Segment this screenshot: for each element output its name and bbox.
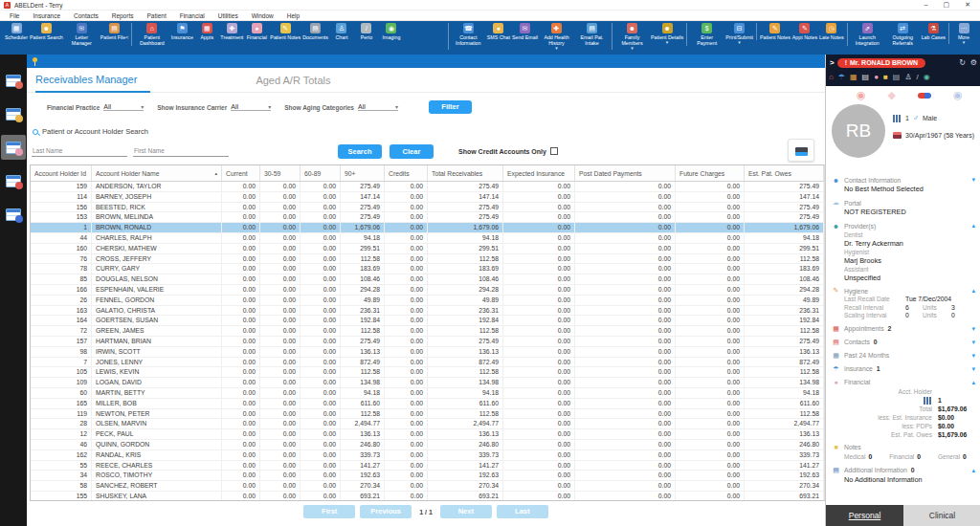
toolbar-imaging[interactable]: ◉Imaging: [379, 23, 404, 40]
table-row[interactable]: 44CHARLES, RALPH0.000.000.0094.180.0094.…: [31, 233, 824, 244]
toolbar-perio[interactable]: /Perio: [354, 23, 379, 40]
patient-name-pill[interactable]: !Mr. RONALD BROWN: [837, 58, 926, 68]
section-past-24-months[interactable]: ▦Past 24 Months▾: [832, 351, 975, 361]
chevron-up-icon[interactable]: ▴: [971, 222, 975, 230]
print-button[interactable]: [788, 139, 814, 162]
column-header-credits[interactable]: Credits: [385, 165, 428, 181]
table-row[interactable]: 72GREEN, JAMES0.000.000.00112.580.00112.…: [31, 326, 824, 337]
refresh-icon[interactable]: ↻: [959, 58, 966, 67]
table-row[interactable]: 119NEWTON, PETER0.000.000.00112.580.0011…: [31, 409, 824, 420]
section-contacts[interactable]: ▤Contacts0▾: [832, 338, 975, 347]
toolbar-email-pat-intake[interactable]: ▤Email Pat. Intake: [574, 23, 610, 46]
toolbar-add-health-history[interactable]: ✚Add Health History▾: [539, 23, 574, 50]
table-row[interactable]: 156BEESTED, RICK0.000.000.00275.490.0027…: [31, 203, 824, 213]
toolbar-financial[interactable]: ●Financial: [244, 23, 269, 40]
table-row[interactable]: 78CURRY, GARY0.000.000.00183.690.00183.6…: [31, 264, 824, 274]
chevron-down-icon[interactable]: ▾: [971, 176, 975, 184]
menu-window[interactable]: Window: [246, 12, 279, 19]
menu-help[interactable]: Help: [281, 12, 305, 19]
previous-page-button[interactable]: Previous: [360, 505, 412, 518]
menu-file[interactable]: File: [4, 12, 25, 19]
pin-icon[interactable]: [33, 57, 37, 62]
toolbar-enter-payment[interactable]: $Enter Payment: [689, 23, 724, 46]
table-row[interactable]: 58SANCHEZ, ROBERT0.000.000.00270.340.002…: [31, 481, 824, 492]
filter-button[interactable]: Filter: [429, 100, 472, 114]
menu-financial[interactable]: Financial: [174, 12, 211, 19]
credit-accounts-checkbox[interactable]: [550, 147, 558, 155]
toolbar-treatment[interactable]: ✚Treatment: [219, 23, 244, 40]
section-hygiene[interactable]: ✎Hygiene▴: [832, 286, 975, 296]
table-row[interactable]: 26FENNEL, GORDON0.000.000.0049.890.0049.…: [31, 296, 824, 306]
aging-categories-select[interactable]: All▾: [358, 103, 398, 111]
toolbar-documents[interactable]: ▤Documents: [301, 23, 329, 40]
first-name-input[interactable]: [133, 145, 229, 157]
toolbar-more[interactable]: ⋯More▾: [951, 23, 976, 44]
section-appointments[interactable]: ▦Appointments2▾: [832, 324, 975, 334]
last-name-input[interactable]: [32, 145, 127, 157]
table-row[interactable]: 85DOUGLAS, NELSON0.000.000.00108.460.001…: [31, 274, 824, 285]
toolbar-letter-manager[interactable]: ✉Letter Manager: [64, 23, 100, 46]
documents-icon[interactable]: ▤: [893, 73, 901, 82]
column-header-90[interactable]: 90+: [341, 165, 385, 181]
column-header-30-59[interactable]: 30-59: [260, 165, 301, 181]
table-row[interactable]: 1BROWN, RONALD0.000.000.001,679.060.001,…: [31, 223, 824, 233]
sidebar-item-documents-table[interactable]: [1, 68, 26, 93]
column-header-account-holder-name[interactable]: Account Holder Name▴: [92, 165, 222, 181]
last-page-button[interactable]: Last: [497, 505, 548, 518]
sidebar-item-treatment-table[interactable]: [1, 168, 26, 193]
menu-insurance[interactable]: Insurance: [27, 12, 66, 19]
column-header-current[interactable]: Current: [222, 165, 260, 181]
toolbar-outgoing-referrals[interactable]: ⇄Outgoing Referrals: [885, 23, 921, 46]
column-header-account-holder-id[interactable]: Account Holder Id: [31, 165, 92, 181]
home-icon[interactable]: ⌂: [829, 73, 834, 82]
table-row[interactable]: 7JONES, LENNY0.000.000.00872.490.00872.4…: [31, 358, 824, 368]
toolbar-late-notes[interactable]: ◷Late Notes: [818, 23, 845, 40]
clear-button[interactable]: Clear: [390, 144, 434, 159]
table-row[interactable]: 98IRWIN, SCOTT0.000.000.00136.130.00136.…: [31, 347, 824, 358]
section-additional-information[interactable]: ▤Additional Information0▴: [832, 466, 975, 475]
column-header-future-charges[interactable]: Future Charges: [676, 165, 745, 181]
table-row[interactable]: 105LEWIS, KEVIN0.000.000.00112.580.00112…: [31, 367, 824, 378]
chart-tooth-icon[interactable]: ♙: [904, 73, 911, 82]
table-row[interactable]: 12PECK, PAUL0.000.000.00136.130.00136.13…: [31, 429, 824, 440]
toolbar-appt-notes[interactable]: ✎Appt Notes: [791, 23, 818, 40]
sidebar-item-patient-table[interactable]: [1, 101, 26, 126]
gear-icon[interactable]: ⚙: [970, 58, 977, 67]
medications-capsule-icon[interactable]: [918, 93, 931, 99]
chevron-up-icon[interactable]: ▴: [971, 467, 975, 474]
first-page-button[interactable]: First: [303, 505, 355, 518]
toolbar-contact-information[interactable]: ☎Contact Information: [451, 23, 486, 46]
column-header-total-receivables[interactable]: Total Receivables: [428, 165, 503, 181]
menu-contacts[interactable]: Contacts: [68, 12, 104, 19]
toolbar-scheduler[interactable]: ▦Scheduler: [4, 23, 29, 40]
section-financial[interactable]: ●Financial▴: [832, 378, 975, 387]
chevron-down-icon[interactable]: ▾: [971, 352, 975, 360]
toolbar-patient-notes[interactable]: ✎Patient Notes: [269, 23, 301, 40]
menu-patient[interactable]: Patient: [141, 12, 171, 19]
section-contact-information[interactable]: ☻Contact Information▾: [832, 175, 975, 185]
perio-probe-icon[interactable]: /: [917, 73, 919, 82]
toolbar-patient-search[interactable]: ☻Patient Search: [29, 23, 64, 40]
table-row[interactable]: 163GALATIO, CHRISTA0.000.000.00236.310.0…: [31, 306, 824, 317]
table-row[interactable]: 109LOGAN, DAVID0.000.000.00134.980.00134…: [31, 378, 824, 388]
menu-utilities[interactable]: Utilities: [212, 12, 244, 19]
sidebar-item-receivables-table[interactable]: [1, 135, 26, 160]
maximize-button[interactable]: ▢: [944, 0, 950, 10]
section-portal[interactable]: ☁Portal: [832, 198, 975, 208]
section-notes[interactable]: ■Notes: [832, 443, 975, 452]
table-row[interactable]: 153BROWN, MELINDA0.000.000.00275.490.002…: [31, 212, 824, 223]
chevron-up-icon[interactable]: ▴: [971, 287, 975, 295]
toolbar-lab-cases[interactable]: ⚗Lab Cases: [921, 23, 947, 40]
table-row[interactable]: 160CHERSKI, MATHEW0.000.000.00299.510.00…: [31, 244, 824, 254]
column-header-est-pat-owes[interactable]: Est. Pat. Owes: [745, 165, 824, 181]
chevron-down-icon[interactable]: ▾: [971, 325, 975, 333]
next-page-button[interactable]: Next: [440, 505, 492, 518]
tab-personal[interactable]: Personal: [826, 505, 903, 526]
camera-icon[interactable]: ◉: [857, 89, 866, 101]
table-row[interactable]: 114BARNEY, JOSEPH0.000.000.00147.140.001…: [31, 192, 824, 203]
toolbar-sms-chat[interactable]: ●SMS Chat: [486, 23, 511, 40]
chevron-up-icon[interactable]: ▴: [971, 379, 975, 386]
toolbar-chart[interactable]: ♙Chart: [329, 23, 354, 40]
table-row[interactable]: 155SHUSKEY, LANA0.000.000.00693.210.0069…: [31, 492, 824, 500]
toolbar-send-email[interactable]: ✉Send Email: [511, 23, 539, 40]
